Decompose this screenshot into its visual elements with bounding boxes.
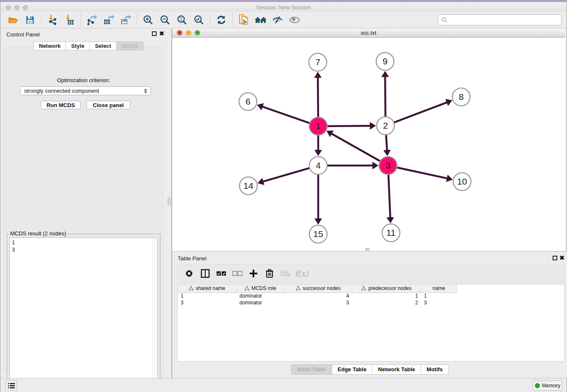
table-cell[interactable]: dominator (237, 299, 284, 306)
float-table-panel-icon[interactable] (553, 256, 557, 260)
tab-mcds[interactable]: MCDS (116, 41, 143, 50)
graph-node-7[interactable]: 7 (309, 53, 327, 71)
network-graph[interactable]: 7968124314101511 (172, 38, 565, 251)
home-icon[interactable] (252, 13, 269, 27)
zoom-out-icon[interactable] (157, 13, 173, 27)
graph-node-11[interactable]: 11 (382, 224, 400, 242)
network-canvas[interactable]: 7968124314101511 (172, 38, 565, 251)
import-network-icon[interactable] (44, 13, 61, 27)
run-mcds-button[interactable]: Run MCDS (41, 101, 81, 109)
delete-column-trash-icon[interactable] (262, 267, 277, 280)
table-row[interactable]: 1dominator411 (178, 293, 457, 299)
show-columns-icon[interactable] (198, 267, 212, 280)
node-table[interactable]: shared name MCDS role successor nodes pr… (178, 284, 457, 306)
optimization-criterion-label: Optimization criterion: (4, 77, 163, 83)
clone-network-icon[interactable] (235, 13, 252, 27)
export-network-icon[interactable] (83, 13, 100, 27)
column-header-name[interactable]: name (432, 285, 445, 291)
memory-button[interactable]: Memory (533, 381, 562, 391)
table-cell[interactable]: 1 (178, 293, 237, 299)
float-panel-icon[interactable] (152, 31, 157, 36)
refresh-icon[interactable] (213, 13, 230, 27)
graph-node-2[interactable]: 2 (377, 117, 394, 135)
graph-node-15[interactable]: 15 (309, 225, 327, 243)
close-table-panel-icon[interactable]: ✖ (559, 255, 564, 261)
zoom-selected-icon[interactable] (190, 13, 207, 27)
export-table-icon[interactable] (100, 13, 117, 27)
graph-node-6[interactable]: 6 (239, 93, 257, 110)
graph-node-3[interactable]: 3 (379, 157, 397, 174)
graph-node-8[interactable]: 8 (452, 88, 470, 106)
tab-node-table[interactable]: Node Table (291, 364, 332, 375)
table-cell[interactable]: 3 (284, 299, 352, 306)
status-bar: Memory (0, 378, 567, 392)
import-table-icon[interactable] (61, 13, 78, 27)
criterion-select[interactable]: strongly connected component (20, 86, 151, 95)
table-cell[interactable]: 3 (178, 299, 237, 306)
table-cell[interactable]: 1 (421, 293, 457, 299)
application-window: Session: New Session (0, 0, 567, 392)
graph-edge-2-9[interactable] (385, 77, 385, 116)
graph-edge-1-7[interactable] (318, 77, 318, 117)
table-cell[interactable]: 1 (352, 293, 421, 299)
column-header-predecessor-nodes[interactable]: predecessor nodes (368, 285, 411, 291)
table-settings-gear-icon[interactable] (182, 267, 196, 280)
save-session-icon[interactable] (22, 13, 39, 27)
tab-edge-table[interactable]: Edge Table (332, 364, 372, 375)
zoom-in-icon[interactable] (140, 13, 157, 27)
toolbar-separator (137, 14, 137, 26)
add-column-icon[interactable] (246, 267, 261, 280)
show-panel-eye-icon[interactable] (286, 13, 303, 27)
select-all-rows-icon[interactable] (214, 267, 228, 280)
table-row[interactable]: 3dominator323 (178, 299, 457, 306)
hide-panel-eye-icon[interactable] (269, 13, 286, 27)
main-toolbar (0, 12, 567, 28)
graph-edge-3-11[interactable] (388, 175, 390, 218)
graph-node-4[interactable]: 4 (309, 157, 327, 174)
panel-splitter[interactable] (167, 28, 172, 378)
toolbar-separator (41, 14, 41, 26)
mcds-result-item: 3 (12, 246, 157, 253)
close-panel-button[interactable]: Close panel (86, 101, 130, 109)
open-session-icon[interactable] (5, 13, 22, 27)
task-history-button[interactable] (6, 380, 17, 391)
export-image-icon[interactable] (117, 13, 134, 27)
tab-motifs[interactable]: Motifs (421, 364, 449, 375)
search-field[interactable] (438, 14, 561, 25)
graph-edge-1-6[interactable] (262, 107, 309, 123)
graph-node-10[interactable]: 10 (453, 173, 471, 190)
apply-function-icon: f(x) (295, 267, 309, 280)
graph-node-9[interactable]: 9 (376, 52, 394, 70)
graph-edge-3-1[interactable] (331, 134, 380, 161)
graph-edge-2-8[interactable] (394, 102, 447, 122)
table-cell[interactable]: 4 (284, 293, 352, 299)
graph-edge-2-3[interactable] (386, 135, 387, 150)
graph-node-1[interactable]: 1 (309, 117, 327, 135)
graph-node-14[interactable]: 14 (239, 177, 257, 195)
deselect-all-rows-icon[interactable] (230, 267, 245, 280)
column-header-successor-nodes[interactable]: successor nodes (303, 285, 341, 291)
search-input[interactable] (447, 15, 561, 25)
graph-edge-3-10[interactable] (397, 168, 447, 179)
column-header-shared-name[interactable]: shared name (195, 285, 225, 291)
mcds-result-list[interactable]: 13 (9, 237, 158, 392)
tab-select[interactable]: Select (89, 41, 116, 50)
svg-text:14: 14 (243, 181, 253, 190)
tab-network[interactable]: Network (33, 41, 66, 50)
network-window-titlebar[interactable]: ✕ − + scc.txt (172, 28, 565, 38)
splitter-grip[interactable] (168, 198, 171, 205)
tab-network-table[interactable]: Network Table (372, 364, 421, 375)
column-header-mcds-role[interactable]: MCDS role (251, 285, 276, 291)
search-icon (441, 17, 447, 23)
table-cell[interactable]: 3 (421, 299, 457, 306)
table-cell[interactable]: dominator (237, 293, 284, 299)
graph-edge-4-14[interactable] (263, 168, 309, 182)
close-panel-icon[interactable]: ✖ (159, 30, 164, 36)
table-cell[interactable]: 2 (352, 299, 421, 306)
tab-style[interactable]: Style (66, 41, 89, 50)
zoom-fit-icon[interactable] (173, 13, 190, 27)
graph-edge-1-2[interactable] (328, 126, 370, 126)
result-scrollbar[interactable] (152, 238, 157, 392)
node-table-header[interactable]: shared name MCDS role successor nodes pr… (178, 284, 457, 293)
canvas-scroll-thumb[interactable] (365, 248, 369, 251)
